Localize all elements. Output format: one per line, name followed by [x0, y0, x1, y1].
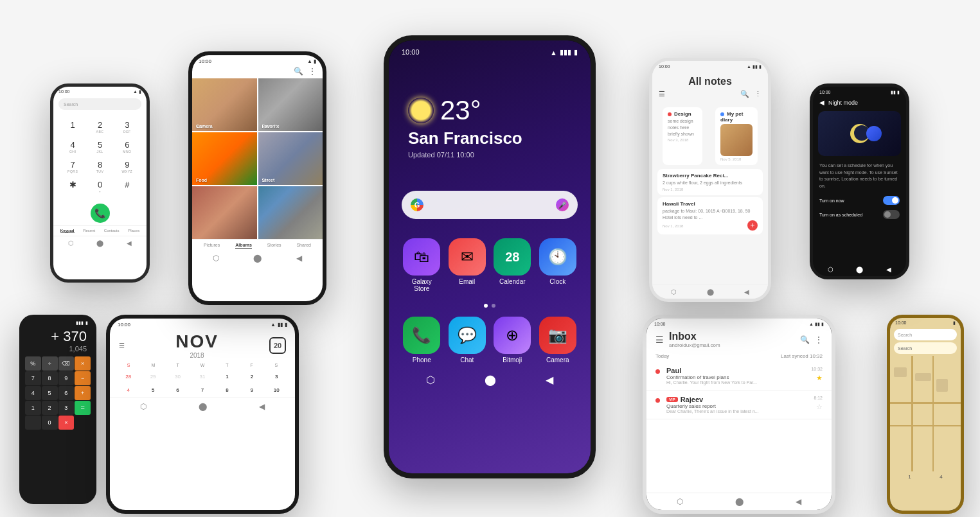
calc-3-btn[interactable]: 3 [58, 401, 75, 415]
calc-x-btn[interactable]: × [58, 416, 75, 430]
email-more-icon[interactable]: ⋮ [815, 335, 823, 344]
cal-cell-28prev[interactable]: 28 [116, 370, 140, 383]
dialer-key-3[interactable]: 3DEF [114, 118, 140, 136]
cal-cell-29prev[interactable]: 29 [141, 370, 165, 383]
clock-app[interactable]: 🕙 Clock [538, 238, 578, 292]
cal-cell-1[interactable]: 1 [215, 370, 239, 383]
dialer-call-button[interactable]: 📞 [91, 204, 110, 223]
dialer-tab-keypad[interactable]: Keypad [60, 229, 75, 233]
cal-cell-2[interactable]: 2 [240, 370, 263, 383]
gallery-tab-stories[interactable]: Stories [267, 243, 281, 249]
gallery-cell-favorite[interactable]: Favorite 1587 [258, 78, 323, 131]
calc-1-btn[interactable]: 1 [25, 401, 41, 415]
night-toggle-off[interactable] [883, 210, 900, 219]
gallery-cell-food[interactable]: Food [192, 132, 257, 185]
notes-card-pancake[interactable]: Strawberry Pancake Reci... 2 cups white … [657, 169, 763, 195]
nav-home-icon[interactable]: ⬤ [485, 374, 496, 386]
cal-nav-back-icon[interactable]: ◀ [259, 402, 265, 411]
calc-8-btn[interactable]: 8 [42, 371, 58, 385]
gallery-nav-recent-icon[interactable]: ⬡ [213, 254, 219, 263]
email-item-rajeev[interactable]: VIP Rajeev Quarterly sales report Dear C… [646, 390, 832, 419]
mic-icon[interactable]: 🎤 [556, 198, 569, 211]
galaxy-store-icon[interactable]: 🛍 [403, 238, 440, 276]
email-nav-back-icon[interactable]: ◀ [796, 497, 801, 506]
notes-card-design[interactable]: Design some design notes here briefly sh… [663, 107, 702, 165]
dialer-key-0[interactable]: 0+ [87, 177, 112, 196]
gallery-tab-pictures[interactable]: Pictures [204, 243, 220, 249]
email-nav-home-icon[interactable]: ⬤ [735, 497, 744, 506]
notes-add-icon[interactable]: + [747, 220, 758, 231]
nav-recent-icon[interactable]: ⬡ [426, 374, 435, 386]
email-icon[interactable]: ✉ [449, 238, 486, 276]
gallery-cell-street[interactable]: Street 124 [258, 132, 323, 185]
camera-app[interactable]: 📷 Camera [538, 317, 578, 364]
calc-plus-btn[interactable]: + [75, 386, 91, 400]
bitmoji-icon[interactable]: ⊕ [494, 317, 531, 354]
gallery-nav-home-icon[interactable]: ⬤ [253, 254, 262, 263]
dialer-key-hash[interactable]: # [114, 177, 140, 196]
email-menu-icon[interactable]: ☰ [655, 335, 664, 345]
calc-sign-btn[interactable] [25, 416, 41, 430]
camera-icon[interactable]: 📷 [539, 317, 576, 354]
bitmoji-app[interactable]: ⊕ Bitmoji [492, 317, 533, 364]
dialer-key-6[interactable]: 6MNO [114, 137, 140, 156]
calc-9-btn[interactable]: 9 [58, 371, 75, 385]
cal-menu-icon[interactable]: ☰ [119, 342, 125, 349]
cal-cell-5[interactable]: 5 [141, 383, 165, 396]
phone-app[interactable]: 📞 Phone [402, 317, 442, 364]
notes-card-pet[interactable]: My pet diary Nov 5, 2018 [715, 107, 758, 165]
dialer-nav-back-icon[interactable]: ◀ [127, 240, 132, 247]
dialer-nav-home-icon[interactable]: ⬤ [96, 240, 103, 247]
cal-date-badge[interactable]: 20 [269, 337, 286, 354]
chat-app[interactable]: 💬 Chat [447, 317, 488, 364]
dialer-key-8[interactable]: 8TUV [87, 157, 112, 176]
phone-app-icon[interactable]: 📞 [403, 317, 440, 354]
email-nav-recent-icon[interactable]: ⬡ [677, 497, 683, 506]
chat-icon[interactable]: 💬 [449, 317, 486, 354]
calc-2-btn[interactable]: 2 [42, 401, 58, 415]
calc-multiply-btn[interactable]: × [75, 356, 91, 371]
notes-menu-icon[interactable]: ☰ [659, 90, 665, 98]
dialer-key-9[interactable]: 9WXYZ [114, 157, 140, 176]
cal-cell-31prev[interactable]: 31 [190, 370, 214, 383]
email-search-icon[interactable]: 🔍 [800, 335, 810, 344]
gallery-search-icon[interactable]: 🔍 [294, 67, 303, 76]
gallery-cell-mountain[interactable] [258, 186, 323, 239]
night-nav-back-icon[interactable]: ◀ [886, 266, 891, 273]
map-search-bar-2[interactable]: Search [894, 342, 957, 354]
dialer-key-7[interactable]: 7PQRS [60, 157, 85, 176]
email-star-rajeev[interactable]: ☆ [816, 403, 823, 411]
calendar-app[interactable]: 28 Calendar [492, 238, 533, 292]
notes-nav-recent-icon[interactable]: ⬡ [671, 288, 677, 295]
dialer-search-bar[interactable]: Search [58, 98, 141, 110]
gallery-cell-camera[interactable]: Camera 6114 [192, 78, 257, 131]
dialer-tab-contacts[interactable]: Contacts [104, 229, 120, 233]
dialer-key-5[interactable]: 5JKL [87, 137, 112, 156]
cal-cell-7[interactable]: 7 [190, 383, 214, 396]
dialer-nav-recent-icon[interactable]: ⬡ [68, 240, 74, 247]
map-search-bar-1[interactable]: Search [894, 329, 957, 340]
dialer-key-2[interactable]: 2ABC [87, 118, 112, 136]
calendar-icon[interactable]: 28 [494, 238, 531, 276]
calc-0-btn[interactable]: 0 [42, 416, 58, 430]
night-back-icon[interactable]: ◀ [819, 99, 824, 106]
notes-card-hawaii[interactable]: Hawaii Travel package to Maui: 00, 1015 … [657, 197, 763, 235]
notes-more-icon[interactable]: ⋮ [754, 90, 762, 98]
clock-icon[interactable]: 🕙 [539, 238, 576, 276]
calc-5-btn[interactable]: 5 [42, 386, 58, 400]
gallery-cell-friends[interactable] [192, 186, 257, 239]
cal-cell-6[interactable]: 6 [166, 383, 190, 396]
calc-7-btn[interactable]: 7 [25, 371, 41, 385]
notes-nav-back-icon[interactable]: ◀ [744, 288, 749, 295]
email-star-paul[interactable]: ★ [816, 374, 823, 382]
galaxy-store-app[interactable]: 🛍 GalaxyStore [402, 238, 442, 292]
night-nav-home-icon[interactable]: ⬤ [856, 266, 863, 273]
dialer-tab-places[interactable]: Places [128, 229, 139, 233]
cal-nav-home-icon[interactable]: ⬤ [199, 402, 207, 411]
calc-4-btn[interactable]: 4 [25, 386, 41, 400]
gallery-nav-back-icon[interactable]: ◀ [296, 254, 302, 263]
calc-minus-btn[interactable]: − [75, 371, 91, 385]
email-app[interactable]: ✉ Email [447, 238, 488, 292]
cal-nav-recent-icon[interactable]: ⬡ [140, 402, 147, 411]
cal-cell-9[interactable]: 9 [240, 383, 263, 396]
